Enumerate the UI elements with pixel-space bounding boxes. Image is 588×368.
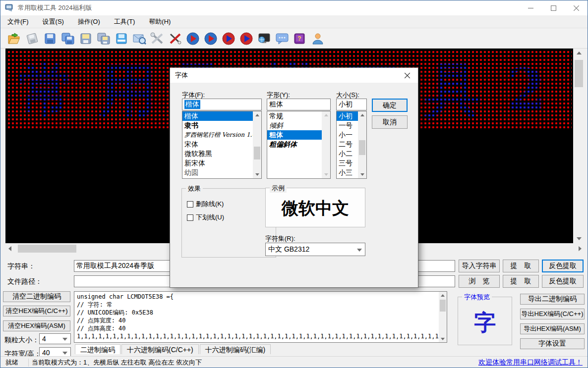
scroll-down-icon[interactable] — [253, 171, 261, 178]
tools-icon[interactable] — [150, 31, 165, 46]
run-red-2-icon[interactable] — [239, 31, 254, 46]
code-line: 1,1,1,1,1,1,1,1,1,1,1,1,1,1,1,1,1,1,1,1,… — [77, 332, 437, 340]
menu-file[interactable]: 文件(F) — [0, 15, 36, 28]
font-list-scroll-thumb[interactable] — [254, 147, 260, 159]
scroll-up-icon[interactable] — [358, 111, 366, 119]
list-item[interactable]: 微软雅黑 — [182, 149, 261, 158]
scroll-down-icon[interactable] — [439, 335, 447, 342]
list-item[interactable]: 倾斜 — [267, 121, 330, 130]
list-item[interactable]: 新宋体 — [182, 158, 261, 168]
font-size-input[interactable]: 小初 — [336, 99, 367, 110]
scroll-up-icon[interactable] — [439, 292, 447, 299]
font-list[interactable]: 楷体 隶书 罗西钢笔行楷 Version 1.00 宋体 微软雅黑 新宋体 幼圆 — [182, 111, 262, 179]
code-scroll-thumb[interactable] — [440, 300, 446, 312]
size-list-scroll-thumb[interactable] — [359, 140, 365, 155]
scroll-up-icon[interactable] — [253, 111, 261, 119]
browse-button[interactable]: 浏 览 — [459, 275, 500, 288]
run-blue-1-icon[interactable] — [185, 31, 200, 46]
list-item[interactable]: 罗西钢笔行楷 Version 1.00 — [182, 130, 261, 140]
code-line: // UNICODE编码: 0x5E38 — [77, 309, 437, 316]
list-item[interactable]: 粗体 — [267, 130, 330, 140]
strikeout-checkbox[interactable] — [187, 201, 193, 208]
list-item[interactable]: 幼圆 — [182, 168, 261, 177]
tab-hex-asm[interactable]: 十六进制编码(汇编) — [200, 344, 271, 354]
list-item[interactable]: 粗偏斜体 — [267, 140, 330, 149]
status-bar: 就绪 当前取模方式为：1、先横后纵 左往右取 高位在左 依次向下 欢迎体验常用串… — [0, 356, 588, 368]
menu-tools[interactable]: 工具(T) — [107, 15, 142, 28]
export-hex-c-button[interactable]: 导出HEX编码(C/C++) — [520, 309, 585, 319]
list-item[interactable]: 隶书 — [182, 121, 261, 130]
export-binary-button[interactable]: 导出二进制编码 — [520, 294, 585, 305]
code-vertical-scrollbar[interactable] — [439, 292, 447, 342]
list-item[interactable]: 楷体 — [182, 111, 261, 121]
scroll-down-icon[interactable] — [573, 234, 585, 243]
minimize-button[interactable] — [519, 0, 542, 15]
scroll-right-icon[interactable] — [576, 243, 585, 254]
font-settings-button[interactable]: 字体设置 — [520, 338, 585, 349]
menu-settings[interactable]: 设置(S) — [36, 15, 71, 28]
grain-size-select[interactable]: 4 — [39, 333, 71, 344]
style-list-scrollbar[interactable] — [322, 111, 330, 178]
clear-hex-asm-button[interactable]: 清空HEX编码(ASM) — [3, 320, 70, 331]
list-item[interactable]: 常规 — [267, 111, 330, 121]
horizontal-scroll-thumb[interactable] — [18, 245, 76, 253]
save-icon[interactable] — [43, 31, 58, 46]
dialog-close-button[interactable] — [396, 68, 418, 83]
save-copy-icon[interactable] — [60, 31, 75, 46]
underline-checkbox[interactable] — [187, 214, 193, 221]
open-file-icon[interactable] — [7, 31, 22, 46]
font-preview-char: 字 — [458, 308, 512, 337]
save-all-icon[interactable] — [96, 31, 111, 46]
preview-search-icon[interactable] — [132, 31, 147, 46]
underline-checkbox-row[interactable]: 下划线(U) — [187, 213, 224, 222]
sample-group: 示例 微软中文 — [265, 188, 365, 227]
extract-string-button[interactable]: 提 取 — [503, 260, 539, 272]
tab-hex-c[interactable]: 十六进制编码(C/C++) — [121, 344, 199, 354]
font-list-scrollbar[interactable] — [253, 111, 261, 178]
message-bubble-icon[interactable] — [275, 31, 290, 46]
code-output-area[interactable]: unsigned char LCMDOT5E38 ={ // 字符: 常 // … — [74, 291, 447, 343]
save-as-icon[interactable] — [78, 31, 93, 46]
vertical-scroll-thumb[interactable] — [575, 60, 583, 87]
tab-binary[interactable]: 二进制编码 — [75, 344, 120, 354]
font-name-input[interactable]: 楷体 — [182, 99, 262, 110]
title-bar: 常用取模工具 2024福利版 — [0, 0, 588, 15]
menu-operation[interactable]: 操作(O) — [71, 15, 107, 28]
cancel-button[interactable]: 取消 — [372, 115, 408, 129]
list-item[interactable]: 宋体 — [182, 140, 261, 149]
status-promo-link[interactable]: 欢迎体验常用串口网络调试工具！ — [478, 358, 583, 367]
extract-file-button[interactable]: 提 取 — [503, 275, 539, 288]
font-size-list[interactable]: 小初 一号 小一 二号 小二 三号 小三 — [336, 111, 367, 179]
scroll-left-icon[interactable] — [5, 243, 14, 254]
charset-select[interactable]: 中文 GB2312 — [265, 243, 365, 256]
maximize-button[interactable] — [542, 0, 565, 15]
scroll-up-icon[interactable] — [573, 49, 585, 57]
scroll-down-icon[interactable] — [358, 171, 366, 178]
tools-red-icon[interactable] — [168, 31, 182, 46]
font-style-list[interactable]: 常规 倾斜 粗体 粗偏斜体 — [267, 111, 331, 179]
export-file-icon[interactable] — [114, 31, 129, 46]
close-button[interactable] — [565, 0, 588, 15]
display-vertical-scrollbar[interactable] — [573, 49, 585, 243]
ok-button[interactable]: 确定 — [372, 99, 408, 112]
char-size-value: 40 — [42, 349, 50, 357]
menu-help[interactable]: 帮助(H) — [142, 15, 177, 28]
strikeout-checkbox-row[interactable]: 删除线(K) — [187, 200, 224, 209]
size-list-scrollbar[interactable] — [358, 111, 366, 178]
export-hex-asm-button[interactable]: 导出HEX编码(ASM) — [520, 323, 585, 334]
user-icon[interactable] — [310, 31, 325, 46]
network-monitor-icon[interactable] — [257, 31, 272, 46]
help-book-icon[interactable]: ? — [293, 31, 307, 46]
effects-label: 效果 — [186, 184, 203, 193]
run-red-1-icon[interactable] — [221, 31, 236, 46]
invert-extract-string-button[interactable]: 反色提取 — [542, 260, 584, 272]
scroll-down-icon[interactable] — [322, 171, 330, 178]
clear-hex-c-button[interactable]: 清空HEX编码(C/C++) — [3, 306, 70, 316]
font-style-input[interactable]: 粗体 — [267, 99, 331, 110]
new-file-icon[interactable] — [25, 31, 40, 46]
scroll-up-icon[interactable] — [322, 111, 330, 119]
run-blue-2-icon[interactable] — [203, 31, 218, 46]
import-string-button[interactable]: 导入字符串 — [459, 260, 500, 272]
invert-extract-file-button[interactable]: 反色提取 — [542, 275, 584, 288]
clear-binary-button[interactable]: 清空二进制编码 — [3, 291, 70, 302]
